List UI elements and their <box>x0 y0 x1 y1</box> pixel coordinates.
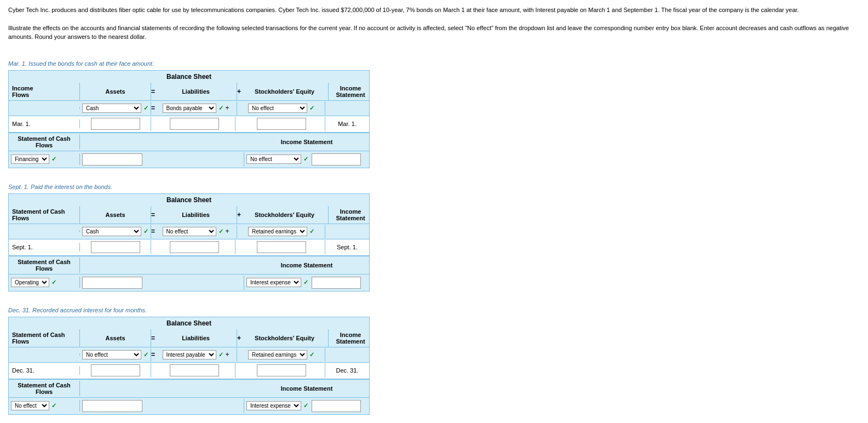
scf-footer-dd-cell-mar1: Financing Operating Investing No effect … <box>9 153 80 165</box>
liab-input-cell-dec31 <box>153 363 235 378</box>
assets-input-dec31[interactable] <box>91 364 140 376</box>
assets-input-sept1[interactable] <box>91 241 140 253</box>
date-label-cell-dec31: Dec. 31. <box>9 366 80 375</box>
assets-select-dec31[interactable]: No effect Cash Interest receivable Bonds… <box>82 350 141 359</box>
liab-col-header-dec31: Liabilities <box>155 329 237 347</box>
assets-dd-cell-sept1: Cash No effect Interest receivable Bonds… <box>80 225 151 238</box>
scf-col-header-mar1: Income Flows <box>9 83 80 100</box>
scf-footer-input-sept1[interactable] <box>82 277 142 289</box>
scf-footer-check-dec31: ✓ <box>51 402 56 409</box>
is-col-header-mar1: Income Statement <box>329 83 372 100</box>
se-dd-cell-sept1: Retained earnings No effect Common stock… <box>238 225 325 238</box>
scf-header-line1-sept1: Statement of Cash <box>12 208 65 215</box>
scf-dd-cell-dec31 <box>9 353 80 356</box>
footer-label-row-dec31: Statement of Cash Flows Income Statement <box>9 380 369 398</box>
scf-footer-label-sept1: Statement of Cash Flows <box>9 258 80 273</box>
assets-select-mar1[interactable]: Cash No effect Interest receivable Bonds… <box>82 104 141 113</box>
dropdown-row-sept1: Cash No effect Interest receivable Bonds… <box>9 224 369 239</box>
table-dec31: Balance Sheet Statement of Cash Flows As… <box>8 317 370 415</box>
se-select-dec31[interactable]: Retained earnings No effect Common stock <box>248 350 307 359</box>
scf-header-line2-sept1: Flows <box>12 215 29 221</box>
dropdown-row-dec31: No effect Cash Interest receivable Bonds… <box>9 347 369 363</box>
is-header-line1-dec31: Income <box>340 331 361 338</box>
is-footer-select-dec31[interactable]: Interest expense No effect Interest reve… <box>246 401 301 410</box>
header-row-sept1: Statement of Cash Flows Assets = Liabili… <box>9 206 369 224</box>
liab-dd-cell-mar1: Bonds payable No effect Interest payable… <box>155 101 237 115</box>
se-input-cell-mar1 <box>238 117 325 131</box>
is-footer-dd-cell-mar1: No effect Interest expense Interest reve… <box>244 152 363 167</box>
eq2-mar1: = <box>151 104 155 112</box>
is-footer-input-mar1[interactable] <box>312 153 361 165</box>
is-footer-select-mar1[interactable]: No effect Interest expense Interest reve… <box>246 155 301 164</box>
plus-sign-dec31: + <box>237 329 241 347</box>
date-label-cell-mar1: Mar. 1. <box>9 119 80 128</box>
scf-footer-select-dec31[interactable]: No effect Operating Financing Investing <box>11 401 49 410</box>
is-footer-input-dec31[interactable] <box>312 400 361 412</box>
se-col-header-sept1: Stockholders' Equity <box>241 206 329 224</box>
eq2-dec31: = <box>151 351 155 358</box>
is-footer-label-dec31: Income Statement <box>244 384 369 393</box>
se-input-dec31[interactable] <box>257 364 306 376</box>
is-date-cell-mar1: Mar. 1. <box>325 119 369 128</box>
is-footer-input-sept1[interactable] <box>312 277 361 289</box>
is-header-line1-sept1: Income <box>340 208 361 215</box>
footer-label-row-mar1: Statement of Cash Flows Income Statement <box>9 133 369 151</box>
se-input-mar1[interactable] <box>257 118 306 130</box>
scf-footer-dd-cell-dec31: No effect Operating Financing Investing … <box>9 400 80 411</box>
liab-select-dec31[interactable]: Interest payable No effect Bonds payable… <box>163 350 216 359</box>
liab-input-dec31[interactable] <box>170 364 219 376</box>
liab-select-sept1[interactable]: No effect Bonds payable Interest payable… <box>163 227 216 236</box>
data-row-sept1: Sept. 1. Sept. 1. <box>9 239 369 256</box>
se-select-mar1[interactable]: No effect Retained earnings Common stock <box>248 104 307 113</box>
se-select-sept1[interactable]: Retained earnings No effect Common stock <box>248 227 307 236</box>
scf-footer-input-cell-mar1 <box>80 152 244 167</box>
data-row-dec31: Dec. 31. Dec. 31. <box>9 363 369 379</box>
assets-dd-cell-mar1: Cash No effect Interest receivable Bonds… <box>80 101 151 115</box>
liab-input-sept1[interactable] <box>170 241 219 253</box>
table-sept1: Balance Sheet Statement of Cash Flows As… <box>8 193 370 291</box>
is-footer-check-dec31: ✓ <box>303 402 308 409</box>
eq-sign-dec31: = <box>151 329 155 347</box>
is-footer-dd-cell-sept1: Interest expense No effect Interest reve… <box>244 276 363 290</box>
table-mar1: Balance Sheet Income Flows Assets = Liab… <box>8 70 370 168</box>
se-input-sept1[interactable] <box>257 241 306 253</box>
assets-select-sept1[interactable]: Cash No effect Interest receivable Bonds… <box>82 227 141 236</box>
liab-check-mar1: ✓ <box>219 105 223 112</box>
scf-footer-input-dec31[interactable] <box>82 400 142 412</box>
scf-footer-input-cell-dec31 <box>80 399 244 413</box>
scf-footer-dd-cell-sept1: Operating Financing Investing No effect … <box>9 277 80 288</box>
date-label-cell-sept1: Sept. 1. <box>9 243 80 251</box>
liab-col-header-sept1: Liabilities <box>155 206 237 224</box>
is-date-cell-dec31: Dec. 31. <box>325 366 369 375</box>
assets-input-mar1[interactable] <box>91 118 140 130</box>
plus-sign-mar1: + <box>237 83 241 100</box>
footer-dd-row-dec31: No effect Operating Financing Investing … <box>9 398 369 414</box>
is-col-header-dec31: Income Statement <box>329 329 372 347</box>
is-footer-check-sept1: ✓ <box>303 279 308 286</box>
scf-dd-cell-sept1 <box>9 230 80 232</box>
liab-select-mar1[interactable]: Bonds payable No effect Interest payable… <box>163 104 216 113</box>
is-header-line1-mar1: Income <box>340 85 361 92</box>
is-footer-select-sept1[interactable]: Interest expense No effect Interest reve… <box>246 278 301 287</box>
eq-sign-sept1: = <box>151 206 155 224</box>
section-sept1: Sept. 1. Paid the interest on the bonds.… <box>8 184 860 291</box>
scf-footer-input-mar1[interactable] <box>82 153 142 165</box>
scf-footer-select-mar1[interactable]: Financing Operating Investing No effect <box>11 155 49 164</box>
se-col-header-dec31: Stockholders' Equity <box>241 329 329 347</box>
section-label-dec31: Dec. 31. Recorded accrued interest for f… <box>8 307 860 313</box>
assets-check-mar1: ✓ <box>143 105 148 112</box>
is-header-line2-sept1: Statement <box>336 215 365 221</box>
footer-dd-row-mar1: Financing Operating Investing No effect … <box>9 151 369 168</box>
assets-input-cell-mar1 <box>80 117 151 131</box>
scf-col-header-sept1: Statement of Cash Flows <box>9 206 80 224</box>
se-dd-cell-dec31: Retained earnings No effect Common stock… <box>238 348 325 362</box>
liab-plus-mar1: + <box>226 104 229 112</box>
scf-footer-select-sept1[interactable]: Operating Financing Investing No effect <box>11 278 49 287</box>
assets-input-cell-sept1 <box>80 240 151 254</box>
se-input-cell-dec31 <box>238 363 325 378</box>
scf-header-line1-dec31: Statement of Cash <box>12 331 65 338</box>
plus-sign-sept1: + <box>237 206 241 224</box>
liab-input-mar1[interactable] <box>170 118 219 130</box>
se-check-dec31: ✓ <box>309 351 314 358</box>
liab-col-header-mar1: Liabilities <box>155 83 237 100</box>
